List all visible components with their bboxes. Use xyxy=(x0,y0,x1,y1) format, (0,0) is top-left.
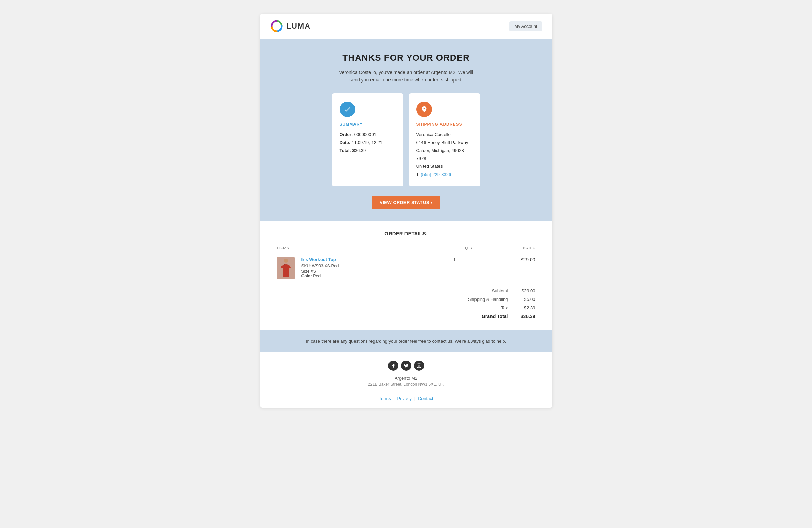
date-label: Date: xyxy=(339,140,351,145)
grand-total-row: Grand Total $36.39 xyxy=(274,312,539,321)
size-value: XS xyxy=(311,269,316,274)
subtotal-row: Subtotal $29.00 xyxy=(274,287,539,295)
grand-total-value: $36.39 xyxy=(511,312,539,321)
footer-note-text: In case there are any questions regardin… xyxy=(306,338,506,344)
footer-divider xyxy=(369,392,444,392)
footer-note: In case there are any questions regardin… xyxy=(260,330,552,352)
shipping-label: SHIPPING ADDRESS xyxy=(416,122,473,127)
svg-rect-2 xyxy=(417,364,421,368)
shipping-phone: T: (555) 229-3326 xyxy=(416,170,473,178)
social-icons xyxy=(267,361,546,371)
hero-title: THANKS FOR YOUR ORDER xyxy=(270,52,542,63)
phone-link[interactable]: (555) 229-3326 xyxy=(421,172,451,177)
svg-point-1 xyxy=(284,259,288,263)
summary-details: Order: 000000001 Date: 11.09.19, 12:21 T… xyxy=(339,131,396,154)
contact-link[interactable]: Contact xyxy=(418,396,433,401)
shipping-handling-value: $5.00 xyxy=(511,295,539,304)
order-table: ITEMS QTY PRICE xyxy=(274,243,539,284)
view-order-button[interactable]: VIEW ORDER STATUS › xyxy=(372,196,440,209)
product-name[interactable]: Iris Workout Top xyxy=(302,257,430,262)
color-label: Color xyxy=(302,274,312,278)
color-value: Red xyxy=(313,274,320,278)
product-size: Size XS xyxy=(302,269,430,274)
shipping-addr2: Calder, Michigan, 49628-7978 xyxy=(416,147,473,163)
product-qty: 1 xyxy=(433,253,477,284)
luma-logo-icon xyxy=(270,20,283,33)
shipping-addr1: 6146 Honey Bluff Parkway xyxy=(416,138,473,146)
shipping-row: Shipping & Handling $5.00 xyxy=(274,295,539,304)
total-value: $36.39 xyxy=(352,148,366,153)
product-info: Iris Workout Top SKU: WS03-XS-Red Size X… xyxy=(295,253,433,284)
divider2: | xyxy=(414,396,417,401)
items-col-header: ITEMS xyxy=(274,243,433,253)
summary-label: SUMMARY xyxy=(339,122,396,127)
instagram-icon[interactable] xyxy=(414,361,424,371)
summary-card: SUMMARY Order: 000000001 Date: 11.09.19,… xyxy=(332,93,404,186)
logo-area: LUMA xyxy=(270,20,311,33)
email-header: LUMA My Account xyxy=(260,14,552,39)
divider1: | xyxy=(393,396,396,401)
my-account-button[interactable]: My Account xyxy=(509,21,542,31)
product-sku: SKU: WS03-XS-Red xyxy=(302,263,430,268)
privacy-link[interactable]: Privacy xyxy=(397,396,411,401)
order-value: 000000001 xyxy=(354,132,376,137)
order-label: Order: xyxy=(339,132,353,137)
shipping-details: Veronica Costello 6146 Honey Bluff Parkw… xyxy=(416,131,473,178)
shipping-addr3: United States xyxy=(416,162,473,170)
footer-bottom: Argento M2 221B Baker Street, London NW1… xyxy=(260,352,552,408)
tax-label: Tax xyxy=(274,304,511,312)
product-color: Color Red xyxy=(302,274,430,278)
product-price: $29.00 xyxy=(477,253,539,284)
summary-icon xyxy=(339,102,355,117)
total-label: Total: xyxy=(339,148,351,153)
cards-row: SUMMARY Order: 000000001 Date: 11.09.19,… xyxy=(270,93,542,186)
hero-subtitle: Veronica Costello, you've made an order … xyxy=(335,69,478,84)
tax-row: Tax $2.39 xyxy=(274,304,539,312)
company-name: Argento M2 xyxy=(267,376,546,381)
order-details-title: ORDER DETAILS: xyxy=(274,230,539,236)
subtotal-value: $29.00 xyxy=(511,287,539,295)
date-value: 11.09.19, 12:21 xyxy=(352,140,382,145)
facebook-icon[interactable] xyxy=(388,361,398,371)
company-address: 221B Baker Street, London NW1 6XE, UK xyxy=(267,382,546,387)
footer-links: Terms | Privacy | Contact xyxy=(267,396,546,401)
twitter-icon[interactable] xyxy=(401,361,411,371)
subtotals-table: Subtotal $29.00 Shipping & Handling $5.0… xyxy=(274,287,539,321)
shipping-icon xyxy=(416,102,432,117)
terms-link[interactable]: Terms xyxy=(379,396,391,401)
qty-col-header: QTY xyxy=(433,243,477,253)
shipping-name: Veronica Costello xyxy=(416,131,473,138)
size-label: Size xyxy=(302,269,310,274)
phone-label: T: xyxy=(416,172,420,177)
logo-text: LUMA xyxy=(287,22,311,31)
email-container: LUMA My Account THANKS FOR YOUR ORDER Ve… xyxy=(260,14,552,408)
grand-total-label: Grand Total xyxy=(274,312,511,321)
table-row: Iris Workout Top SKU: WS03-XS-Red Size X… xyxy=(274,253,539,284)
product-thumbnail xyxy=(277,257,295,280)
hero-section: THANKS FOR YOUR ORDER Veronica Costello,… xyxy=(260,39,552,221)
price-col-header: PRICE xyxy=(477,243,539,253)
shipping-handling-label: Shipping & Handling xyxy=(274,295,511,304)
order-details-section: ORDER DETAILS: ITEMS QTY PRICE xyxy=(260,221,552,330)
subtotal-label: Subtotal xyxy=(274,287,511,295)
shipping-card: SHIPPING ADDRESS Veronica Costello 6146 … xyxy=(409,93,480,186)
tax-value: $2.39 xyxy=(511,304,539,312)
